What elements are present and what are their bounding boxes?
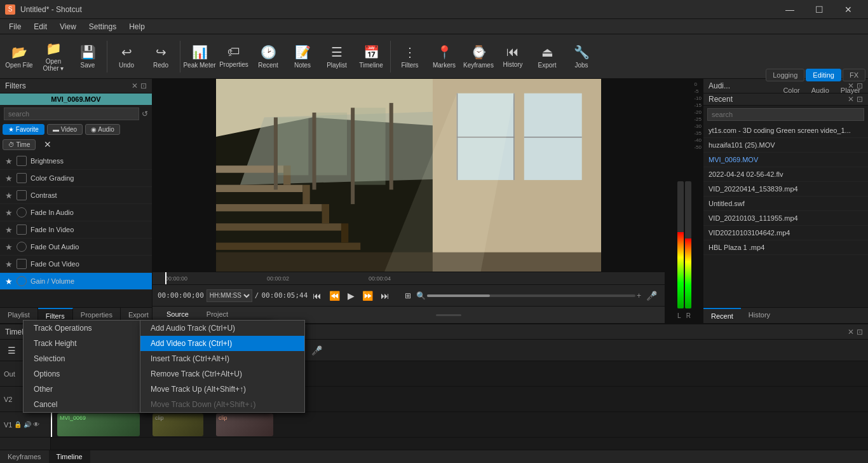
recent-item-0[interactable]: yt1s.com - 3D coding Green screen video_…: [703, 123, 868, 138]
recent-item-3[interactable]: 2022-04-24 02-56-42.flv: [703, 167, 868, 182]
maximize-button[interactable]: ☐: [804, 0, 834, 19]
category-video-button[interactable]: ▬ Video: [47, 124, 83, 135]
notes-button[interactable]: 📝 Notes: [286, 37, 319, 76]
filter-fade-out-video[interactable]: ★ Fade Out Video: [0, 256, 152, 273]
ctx-add-audio-track[interactable]: Add Audio Track (Ctrl+U): [140, 321, 304, 336]
editing-tab[interactable]: Editing: [806, 69, 841, 81]
redo-label: Redo: [153, 62, 168, 69]
timeline-mic-button[interactable]: 🎤: [308, 342, 325, 359]
recent-item-5[interactable]: Untitled.swf: [703, 197, 868, 211]
svg-rect-17: [278, 118, 308, 176]
filter-contrast[interactable]: ★ Contrast: [0, 187, 152, 204]
timecode-format-select[interactable]: HH:MM:SS: [207, 289, 252, 302]
meter-15: -15: [694, 102, 702, 108]
filter-fade-in-audio-star: ★: [5, 208, 13, 218]
minimize-button[interactable]: ―: [775, 0, 804, 19]
filter-fade-in-audio[interactable]: ★ Fade In Audio: [0, 204, 152, 221]
svg-rect-8: [216, 243, 360, 250]
menu-help[interactable]: Help: [123, 21, 151, 32]
category-clear-button[interactable]: ✕: [38, 137, 57, 151]
skip-end-button[interactable]: ⏭: [378, 289, 392, 302]
ctx-add-video-track[interactable]: Add Video Track (Ctrl+I): [140, 336, 304, 351]
rewind-button[interactable]: ⏪: [327, 289, 342, 302]
filter-color-grading[interactable]: ★ Color Grading: [0, 170, 152, 187]
zoom-out-icon[interactable]: 🔍: [416, 291, 426, 300]
recent-button[interactable]: 🕑 Recent: [252, 37, 285, 76]
filter-fade-out-audio[interactable]: ★ Fade Out Audio: [0, 238, 152, 256]
save-button[interactable]: 💾 Save: [71, 37, 104, 76]
recent-expand-icon[interactable]: ⊡: [857, 95, 863, 104]
keyframes-bottom-tab[interactable]: Keyframes: [0, 450, 49, 463]
playlist-button[interactable]: ☰ Playlist: [320, 37, 353, 76]
track-lock-icon[interactable]: 🔒: [14, 421, 22, 428]
recent-search-input[interactable]: [707, 108, 864, 121]
video-clip-1[interactable]: MVI_0069: [57, 413, 140, 436]
category-audio-button[interactable]: ◉ Audio: [85, 124, 120, 135]
filters-expand-icon[interactable]: ⊡: [140, 81, 147, 90]
menu-view[interactable]: View: [53, 21, 83, 32]
open-file-button[interactable]: 📂 Open File: [3, 37, 36, 76]
history-button[interactable]: ⏮ History: [496, 37, 529, 76]
color-sub-tab[interactable]: Color: [778, 85, 804, 95]
timeline-expand-icon[interactable]: ⊡: [857, 328, 863, 336]
recent-item-mvi[interactable]: MVI_0069.MOV: [703, 153, 868, 167]
recent-label: Recent: [258, 62, 278, 69]
fast-forward-button[interactable]: ⏩: [360, 289, 376, 302]
ruler-mark-0: 00:00:00: [165, 275, 187, 282]
track-audio-icon[interactable]: 🔊: [24, 421, 31, 428]
ctx-move-track-up[interactable]: Move Track Up (Alt+Shift+↑): [140, 382, 304, 397]
audio-sub-tab[interactable]: Audio: [806, 85, 834, 95]
jobs-button[interactable]: 🔧 Jobs: [565, 37, 598, 76]
history-bottom-tab[interactable]: History: [741, 308, 778, 323]
video-clip-2[interactable]: clip: [153, 413, 203, 436]
filter-color-grading-label: Color Grading: [31, 174, 74, 182]
filters-search-reset-icon[interactable]: ↺: [142, 109, 148, 118]
redo-button[interactable]: ↪ Redo: [144, 37, 177, 76]
open-other-button[interactable]: 📁 Open Other ▾: [37, 37, 70, 76]
filters-search-input[interactable]: [4, 107, 139, 120]
markers-button[interactable]: 📍 Markers: [428, 37, 461, 76]
svg-rect-6: [216, 204, 322, 211]
keyframes-button[interactable]: ⌚ Keyframes: [462, 37, 495, 76]
fx-tab[interactable]: FX: [843, 69, 865, 81]
peak-meter-button[interactable]: 📊 Peak Meter: [183, 37, 216, 76]
timeline-button[interactable]: 📅 Timeline: [355, 37, 388, 76]
category-time-button[interactable]: ⏱ Time: [3, 139, 36, 150]
menu-settings[interactable]: Settings: [83, 21, 123, 32]
recent-item-6[interactable]: VID_20210103_111955.mp4: [703, 211, 868, 226]
video-clip-3[interactable]: clip: [216, 413, 273, 436]
recent-item-8[interactable]: HBL Plaza 1 .mp4: [703, 240, 868, 255]
player-sub-tab[interactable]: Player: [836, 85, 865, 95]
timeline-bottom-tab[interactable]: Timeline: [49, 450, 90, 463]
video-preview[interactable]: [153, 79, 665, 272]
undo-button[interactable]: ↩ Undo: [110, 37, 143, 76]
skip-start-button[interactable]: ⏮: [310, 289, 324, 302]
filters-button[interactable]: ⋮ Filters: [393, 37, 426, 76]
recent-item-4[interactable]: VID_20220414_153839.mp4: [703, 182, 868, 197]
export-button[interactable]: ⏏ Export: [531, 37, 564, 76]
menu-file[interactable]: File: [3, 21, 27, 32]
close-button[interactable]: ✕: [834, 0, 863, 19]
track-eye-track-icon[interactable]: 👁: [33, 421, 39, 428]
filters-close-icon[interactable]: ✕: [132, 81, 138, 90]
ctx-remove-track[interactable]: Remove Track (Ctrl+Alt+U): [140, 366, 304, 382]
filter-brightness[interactable]: ★ Brightness: [0, 153, 152, 170]
mic-button[interactable]: 🎤: [644, 289, 660, 302]
logging-tab[interactable]: Logging: [766, 69, 804, 81]
recent-close-icon[interactable]: ✕: [848, 95, 854, 104]
play-pause-button[interactable]: ▶: [345, 289, 357, 302]
filter-gain-volume[interactable]: ★ Gain / Volume: [0, 273, 152, 290]
timeline-close-icon[interactable]: ✕: [848, 328, 854, 336]
zoom-in-icon[interactable]: +: [637, 291, 641, 300]
grid-view-button[interactable]: ⊞: [402, 290, 414, 301]
recent-item-1[interactable]: huzaifa101 (25).MOV: [703, 138, 868, 153]
properties-button[interactable]: 🏷 Properties: [217, 37, 250, 76]
category-favorite-button[interactable]: ★ Favorite: [3, 124, 44, 135]
timeline-menu-button[interactable]: ☰: [3, 342, 20, 359]
recent-item-7[interactable]: VID20210103104642.mp4: [703, 226, 868, 240]
menu-edit[interactable]: Edit: [27, 21, 53, 32]
ctx-insert-track[interactable]: Insert Track (Ctrl+Alt+I): [140, 351, 304, 366]
zoom-slider[interactable]: [427, 294, 635, 297]
recent-bottom-tab[interactable]: Recent: [703, 308, 741, 323]
filter-fade-in-video[interactable]: ★ Fade In Video: [0, 221, 152, 238]
